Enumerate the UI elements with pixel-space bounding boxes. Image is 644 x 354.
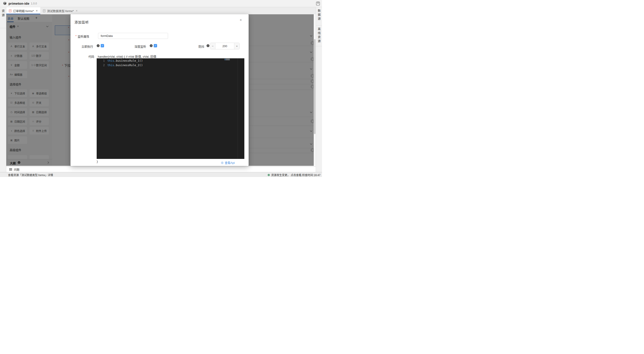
document-tab-bar: 订单明细.formx* × 测试数据类型.formx* × xyxy=(6,7,316,14)
problems-bar[interactable]: 问题 xyxy=(6,167,316,172)
app-version: 1.0.0 xyxy=(31,2,37,5)
scrollbar-thumb[interactable] xyxy=(314,39,316,134)
primeton-ide-window: primeton-ide 1.0.0 资源 数据源 离线资源 订单明细.form… xyxy=(0,0,322,177)
dialog-title: 添加监听 xyxy=(74,20,89,24)
code-text: .businessRule_1() xyxy=(114,59,143,62)
immediate-checkbox[interactable]: ✓ xyxy=(101,44,104,47)
required-asterisk: * xyxy=(76,34,76,38)
close-icon[interactable]: × xyxy=(240,18,242,22)
view-api-label: 查看Api xyxy=(225,161,235,165)
sidebar-item-datasource[interactable]: 数据源 xyxy=(317,9,321,21)
view-api-link[interactable]: ◎ 查看Api xyxy=(221,161,235,165)
debounce-label: 防抖 xyxy=(198,44,204,48)
add-listener-dialog: 添加监听 × * 监听属性 formData 立即执行 i ✓ 深度监听 i ✓… xyxy=(70,14,248,166)
status-message-right[interactable]: 资源发生变更， 点击查看,检查时间:16:47 xyxy=(268,173,320,177)
debounce-value[interactable]: 200 xyxy=(216,43,234,49)
right-rail: 数据源 离线资源 xyxy=(316,7,322,172)
scrollbar-track[interactable] xyxy=(314,14,316,166)
tab-order-detail[interactable]: 订单明细.formx* × xyxy=(6,7,40,14)
sidebar-item-offline-resources[interactable]: 离线资源 xyxy=(317,27,321,44)
handler-signature: handler(nVal, oVal) { // nVal 新值, oVal, … xyxy=(98,54,156,59)
eye-icon: ◎ xyxy=(221,161,223,164)
listen-property-input[interactable]: formData xyxy=(98,33,168,39)
info-icon[interactable]: i xyxy=(150,44,152,47)
deep-watch-label: 深度监听 xyxy=(134,44,146,48)
code-editor[interactable]: 1 this .businessRule_1() 2 this .busines… xyxy=(97,58,244,159)
debounce-stepper: − 200 + xyxy=(210,43,240,49)
file-icon xyxy=(43,9,46,12)
problems-list-icon xyxy=(9,168,12,171)
info-icon[interactable]: i xyxy=(206,44,210,47)
code-label: 代码 xyxy=(88,54,94,59)
increment-button[interactable]: + xyxy=(234,43,240,49)
line-number: 1 xyxy=(97,59,108,62)
tab-label: 订单明细.formx* xyxy=(13,9,34,13)
problems-label: 问题 xyxy=(14,168,20,172)
line-number: 2 xyxy=(97,64,108,67)
code-line[interactable]: 2 this .businessRule_2() xyxy=(97,63,244,67)
editor-minimap[interactable] xyxy=(224,59,230,61)
status-green-dot-icon xyxy=(268,174,270,176)
top-bar: primeton-ide 1.0.0 xyxy=(0,0,322,7)
status-message-left[interactable]: 查看资源「测试数据类型.formx」详情 xyxy=(8,173,53,177)
info-icon[interactable]: i xyxy=(97,44,100,47)
close-icon[interactable]: × xyxy=(76,9,78,12)
save-icon[interactable] xyxy=(316,1,320,6)
deep-watch-checkbox[interactable]: ✓ xyxy=(154,44,157,47)
closing-brace: } xyxy=(96,160,98,163)
app-logo-icon xyxy=(3,1,7,5)
code-keyword: this xyxy=(108,59,114,62)
tab-label: 测试数据类型.formx* xyxy=(47,9,74,13)
rail-section-offline: 离线资源 xyxy=(316,25,322,46)
file-icon xyxy=(9,9,12,12)
status-bar: 查看资源「测试数据类型.formx」详情 资源发生变更， 点击查看,检查时间:1… xyxy=(0,172,322,177)
app-title: primeton-ide xyxy=(8,1,29,5)
immediate-label: 立即执行 xyxy=(82,44,93,48)
close-icon[interactable]: × xyxy=(36,9,38,12)
listen-property-label: 监听属性 xyxy=(78,34,89,38)
code-text: .businessRule_2() xyxy=(114,63,143,67)
sidebar-item-resources[interactable]: 资源 xyxy=(1,9,5,18)
tab-test-data-types[interactable]: 测试数据类型.formx* × xyxy=(40,7,80,14)
decrement-button[interactable]: − xyxy=(210,43,216,49)
left-rail: 资源 xyxy=(0,7,6,172)
resource-change-text: 资源发生变更， 点击查看,检查时间:16:47 xyxy=(271,173,320,177)
code-line[interactable]: 1 this .businessRule_1() xyxy=(97,59,244,63)
rail-section-datasource: 数据源 xyxy=(316,7,322,25)
code-keyword: this xyxy=(108,63,114,67)
rail-divider xyxy=(0,28,6,28)
